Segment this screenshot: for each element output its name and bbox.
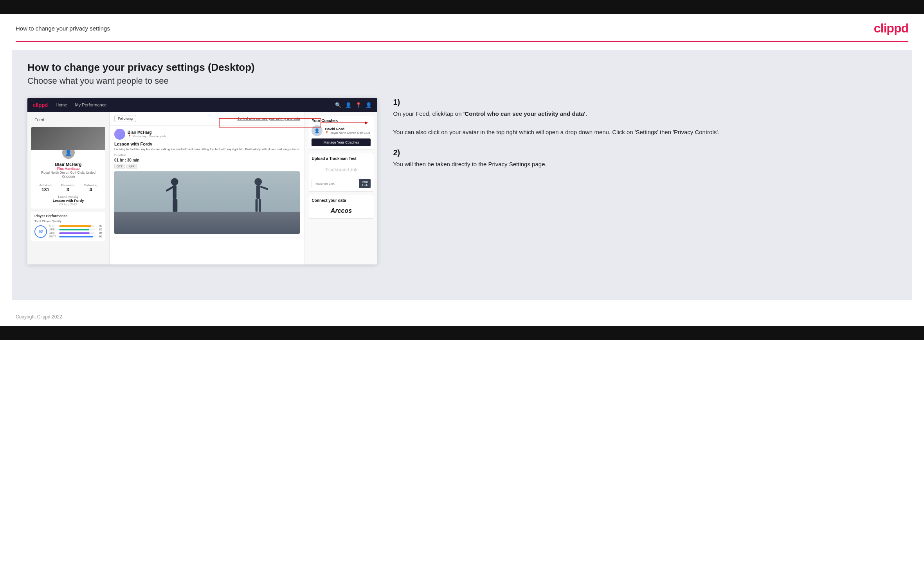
app-screenshot-wrapper: clippd Home My Performance 🔍 👤 📍 👤 Feed bbox=[27, 98, 377, 264]
bar-ott-label: OTT bbox=[49, 225, 58, 227]
bar-app-val: 85 bbox=[96, 228, 102, 231]
following-stat: Following 4 bbox=[84, 183, 97, 192]
post-meta-text: Yesterday · Sunningdale bbox=[133, 135, 166, 138]
add-link-button[interactable]: Add Link bbox=[359, 179, 371, 188]
post-card: Blair McHarg 📍 Yesterday · Sunningdale L… bbox=[110, 126, 304, 237]
svg-rect-10 bbox=[256, 199, 258, 212]
bar-arg-fill bbox=[59, 232, 90, 234]
post-meta: 📍 Yesterday · Sunningdale bbox=[128, 135, 166, 138]
manage-coaches-button[interactable]: Manage Your Coaches bbox=[312, 138, 371, 146]
header: How to change your privacy settings clip… bbox=[0, 14, 924, 41]
bar-putt-fill bbox=[59, 236, 93, 237]
content-columns: clippd Home My Performance 🔍 👤 📍 👤 Feed bbox=[27, 98, 897, 264]
post-tags: OTT APP bbox=[114, 164, 300, 169]
bar-putt-track bbox=[59, 236, 95, 237]
following-button[interactable]: Following bbox=[114, 115, 136, 122]
instruction-2-text: You will then be taken directly to the P… bbox=[393, 160, 897, 169]
post-image bbox=[114, 171, 300, 234]
instruction-1-number: 1) bbox=[393, 98, 897, 107]
coach-club-text: Royal North Devon Golf Club bbox=[330, 131, 370, 135]
app-nav: clippd Home My Performance 🔍 👤 📍 👤 bbox=[27, 98, 377, 112]
main-heading: How to change your privacy settings (Des… bbox=[27, 61, 897, 74]
svg-rect-6 bbox=[175, 199, 177, 212]
trackman-title: Upload a Trackman Test bbox=[312, 156, 371, 161]
bar-ott-track bbox=[59, 225, 95, 227]
trackman-input-row: Add Link bbox=[312, 179, 371, 188]
app-screenshot: clippd Home My Performance 🔍 👤 📍 👤 Feed bbox=[27, 98, 377, 264]
coach-avatar: 👤 bbox=[312, 125, 322, 136]
svg-rect-5 bbox=[173, 199, 175, 212]
coach-name: David Ford bbox=[325, 127, 371, 131]
svg-point-2 bbox=[171, 178, 178, 186]
pin-icon: 📍 bbox=[128, 135, 131, 138]
instruction-1-text: On your Feed, click/tap on 'Control who … bbox=[393, 109, 897, 137]
connect-title: Connect your data bbox=[312, 198, 371, 203]
location-icon[interactable]: 📍 bbox=[355, 102, 362, 108]
bar-arg-label: ARG bbox=[49, 232, 58, 234]
search-icon[interactable]: 🔍 bbox=[335, 102, 341, 108]
activities-label: Activities bbox=[39, 183, 52, 187]
performance-title: Player Performance bbox=[34, 214, 102, 218]
latest-activity-label: Latest Activity bbox=[34, 195, 102, 199]
coach-row: 👤 David Ford 📍 Royal North Devon Golf Cl… bbox=[312, 125, 371, 136]
footer: Copyright Clippd 2022 bbox=[0, 308, 924, 326]
bar-putt-val: 96 bbox=[96, 235, 102, 238]
tag-ott: OTT bbox=[114, 164, 125, 169]
app-nav-performance[interactable]: My Performance bbox=[75, 102, 107, 107]
post-title: Lesson with Fordy bbox=[114, 142, 300, 146]
profile-banner bbox=[31, 127, 105, 150]
trackman-input[interactable] bbox=[312, 179, 357, 188]
app-left-panel: Feed 👤 Blair McHarg Plus H bbox=[27, 112, 110, 264]
post-header: Blair McHarg 📍 Yesterday · Sunningdale bbox=[114, 129, 300, 140]
pin-small-icon: 📍 bbox=[325, 131, 329, 135]
user-icon[interactable]: 👤 bbox=[345, 102, 351, 108]
latest-date: 03 Aug 2022 bbox=[34, 203, 102, 206]
bar-putt-label: PUTT bbox=[49, 235, 58, 238]
profile-card: 👤 Blair McHarg Plus Handicap Royal North… bbox=[31, 127, 105, 209]
quality-bars: OTT 90 APP bbox=[49, 225, 102, 239]
bar-ott-val: 90 bbox=[96, 225, 102, 227]
bar-arg-val: 86 bbox=[96, 232, 102, 234]
app-feed-tab[interactable]: Feed bbox=[31, 116, 105, 124]
trackman-section: Upload a Trackman Test Trackman Link Add… bbox=[308, 153, 374, 192]
avatar-icon[interactable]: 👤 bbox=[366, 102, 372, 108]
bar-ott: OTT 90 bbox=[49, 225, 102, 227]
instruction-2: 2) You will then be taken directly to th… bbox=[393, 148, 897, 169]
profile-name: Blair McHarg bbox=[34, 162, 102, 167]
followers-value: 3 bbox=[61, 187, 74, 192]
svg-rect-1 bbox=[114, 212, 300, 234]
app-nav-logo: clippd bbox=[33, 102, 48, 108]
app-nav-home[interactable]: Home bbox=[56, 102, 67, 107]
followers-label: Followers bbox=[61, 183, 74, 187]
logo: clippd bbox=[874, 21, 908, 36]
post-avatar bbox=[114, 129, 125, 140]
followers-stat: Followers 3 bbox=[61, 183, 74, 192]
profile-handicap: Plus Handicap bbox=[34, 167, 102, 171]
profile-stats: Activities 131 Followers 3 Following bbox=[34, 181, 102, 192]
following-value: 4 bbox=[84, 187, 97, 192]
control-link[interactable]: Control who can see your activity and da… bbox=[237, 117, 300, 120]
instructions-column: 1) On your Feed, click/tap on 'Control w… bbox=[389, 98, 897, 180]
latest-activity: Lesson with Fordy bbox=[34, 199, 102, 203]
bar-putt: PUTT 96 bbox=[49, 235, 102, 238]
top-bar bbox=[0, 0, 924, 14]
app-right-panel: Your Coaches 👤 David Ford 📍 Royal North … bbox=[305, 112, 377, 264]
app-body: Feed 👤 Blair McHarg Plus H bbox=[27, 112, 377, 264]
quality-circle: 92 bbox=[34, 225, 47, 238]
bar-app-track bbox=[59, 229, 95, 230]
copyright: Copyright Clippd 2022 bbox=[16, 314, 62, 320]
post-duration-label: Duration bbox=[114, 153, 300, 157]
header-divider bbox=[16, 41, 908, 42]
quality-row: 92 OTT 90 bbox=[34, 225, 102, 239]
profile-info-card: 👤 Blair McHarg Plus Handicap Royal North… bbox=[31, 150, 105, 209]
bar-app-label: APP bbox=[49, 228, 58, 231]
main-subheading: Choose what you want people to see bbox=[27, 76, 897, 86]
svg-point-7 bbox=[254, 178, 262, 186]
performance-card: Player Performance Total Player Quality … bbox=[31, 212, 105, 241]
post-author-info: Blair McHarg 📍 Yesterday · Sunningdale bbox=[128, 130, 166, 138]
bottom-bar bbox=[0, 326, 924, 340]
post-description: Looking to feel like my hands are exitin… bbox=[114, 147, 300, 151]
activities-value: 131 bbox=[39, 187, 52, 192]
following-label: Following bbox=[84, 183, 97, 187]
coach-info: David Ford 📍 Royal North Devon Golf Club bbox=[325, 127, 371, 135]
